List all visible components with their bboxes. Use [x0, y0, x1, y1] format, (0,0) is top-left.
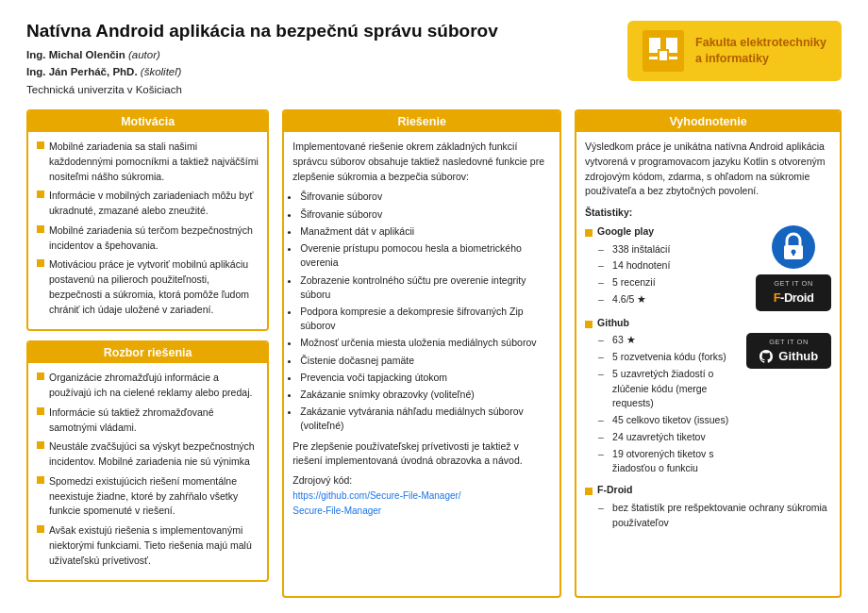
google-play-stats: – 338 inštalácií – 14 hodnotení – — [598, 242, 750, 307]
item-text: Motiváciou práce je vytvoriť mobilnú apl… — [49, 257, 259, 317]
col-mid: Riešenie Implementované riešenie okrem z… — [282, 109, 561, 598]
list-item: Prevencia voči tapjacking útokom — [300, 371, 551, 385]
fdroid-get-it: GET IT ON — [774, 278, 813, 289]
col-left: Motivácia Mobilné zariadenia sa stali na… — [26, 109, 269, 598]
item-text: 4.6/5 ★ — [612, 292, 646, 307]
item-text: bez štatistík pre rešpektovanie ochrany … — [612, 501, 831, 531]
list-item: Motiváciou práce je vytvoriť mobilnú apl… — [37, 257, 259, 317]
item-text: Informácie v mobilných zariadeniach môžu… — [49, 189, 259, 219]
github-badge-area: GET IT ON Github — [746, 333, 831, 370]
list-item: – bez štatistík pre rešpektovanie ochran… — [598, 501, 831, 531]
bullet-icon — [37, 141, 44, 149]
vyhodnotenie-intro: Výsledkom práce je unikátna natívna Andr… — [585, 140, 831, 199]
list-item: Zakázanie vytvárania náhľadu mediálnych … — [300, 405, 551, 433]
author-1: Ing. Michal Olenčin (autor) — [26, 46, 498, 63]
list-item: Manažment dát v aplikácii — [300, 224, 551, 239]
list-item: – 45 celkovo tiketov (issues) — [598, 413, 741, 428]
fdroid-brand: F-Droid — [774, 289, 814, 307]
bullet-icon — [37, 191, 44, 198]
content-columns: Motivácia Mobilné zariadenia sa stali na… — [26, 109, 842, 598]
fdroid-label: F-Droid — [597, 483, 632, 498]
list-item: – 5 uzavretých žiadostí o zlúčenie kódu … — [598, 367, 741, 411]
riesenie-panel: Riešenie Implementované riešenie okrem z… — [282, 109, 561, 598]
list-item: Avšak existujú riešenia s implementovaný… — [37, 523, 259, 568]
item-text: 19 otvorených tiketov s žiadosťou o funk… — [612, 447, 741, 477]
list-item: Informácie v mobilných zariadeniach môžu… — [37, 189, 259, 219]
github-get-it: GET IT ON — [769, 337, 809, 347]
lock-icon — [771, 224, 816, 270]
github-content: Github – 63 ★ – 5 rozvetvenia — [585, 316, 741, 479]
bullet-icon — [585, 229, 593, 237]
fdroid-badge[interactable]: GET IT ON F-Droid — [756, 274, 831, 311]
university-logo — [643, 30, 684, 72]
vyhodnotenie-body: Výsledkom práce je unikátna natívna Andr… — [576, 132, 840, 542]
list-item: – 4.6/5 ★ — [598, 292, 750, 307]
riesenie-features: Šifrovanie súborov Šifrovanie súborov Ma… — [300, 190, 551, 433]
list-item: Šifrovanie súborov — [300, 190, 551, 204]
motivacia-panel: Motivácia Mobilné zariadenia sa stali na… — [26, 109, 269, 331]
list-item: – 19 otvorených tiketov s žiadosťou o fu… — [598, 447, 741, 477]
list-item: Zobrazenie kontrolného súčtu pre overeni… — [300, 273, 551, 302]
list-item: Overenie prístupu pomocou hesla a biomet… — [300, 241, 551, 270]
github-brand: Github — [760, 347, 819, 366]
university-badge: Fakulta elektrotechniky a informatiky — [627, 21, 842, 81]
item-text: Mobilné zariadenia sú terčom bezpečnostn… — [49, 224, 259, 254]
header-left: Natívna Android aplikácia na bezpečnú sp… — [26, 21, 498, 98]
source-label: Zdrojový kód: — [292, 474, 352, 486]
page-title: Natívna Android aplikácia na bezpečnú sp… — [26, 21, 498, 41]
bullet-icon — [37, 441, 44, 449]
google-play-header: Google play — [585, 224, 750, 240]
bullet-icon — [37, 525, 44, 533]
list-item: Mobilné zariadenia sa stali našimi každo… — [37, 140, 259, 184]
item-text: Informácie sú taktiež zhromažďované samo… — [49, 406, 259, 436]
item-text: 5 rozvetvenia kódu (forks) — [612, 350, 726, 365]
list-item: – 5 rozvetvenia kódu (forks) — [598, 350, 741, 365]
google-play-content: Google play – 338 inštalácií – — [585, 224, 750, 309]
list-item: Mobilné zariadenia sú terčom bezpečnostn… — [37, 224, 259, 254]
item-text: Neustále zvačšujúci sa výskyt bezpečnost… — [49, 439, 259, 470]
list-item: – 338 inštalácií — [598, 242, 750, 257]
bullet-icon — [585, 488, 593, 495]
riesenie-intro: Implementované riešenie okrem základných… — [292, 140, 551, 184]
github-label: Github — [597, 316, 629, 331]
stats-label: Štatistiky: — [585, 206, 831, 221]
svg-rect-9 — [793, 252, 794, 256]
item-text: 338 inštalácií — [612, 242, 670, 257]
github-section: Github – 63 ★ – 5 rozvetvenia — [585, 316, 831, 479]
list-item: Organizácie zhromažďujú informácie a pou… — [37, 371, 259, 401]
col-right: Vyhodnotenie Výsledkom práce je unikátna… — [575, 109, 842, 598]
item-text: 5 recenzií — [612, 275, 656, 290]
item-text: 63 ★ — [612, 333, 636, 348]
github-logo-icon — [760, 350, 773, 363]
item-text: Organizácie zhromažďujú informácie a pou… — [49, 371, 259, 401]
motivacia-body: Mobilné zariadenia sa stali našimi každo… — [28, 132, 267, 329]
github-stats: – 63 ★ – 5 rozvetvenia kódu (forks) – — [598, 333, 741, 476]
bullet-icon — [37, 373, 44, 380]
list-item: Podpora kompresie a dekompresie šifrovan… — [300, 305, 551, 333]
rozbor-body: Organizácie zhromažďujú informácie a pou… — [28, 363, 267, 580]
item-text: 5 uzavretých žiadostí o zlúčenie kódu (m… — [612, 367, 741, 411]
source-link[interactable]: https://github.com/Secure-File-Manager/S… — [292, 490, 460, 516]
list-item: – 63 ★ — [598, 333, 741, 348]
google-play-label: Google play — [597, 224, 654, 240]
github-badge[interactable]: GET IT ON Github — [746, 333, 831, 370]
university-name: Fakulta elektrotechniky a informatiky — [695, 35, 826, 67]
list-item: Čistenie dočasnej pamäte — [300, 354, 551, 368]
fdroid-section: F-Droid – bez štatistík pre rešpektovani… — [585, 483, 831, 530]
riesenie-header: Riešenie — [284, 111, 559, 132]
list-item: Zakázanie snímky obrazovky (voliteľné) — [300, 388, 551, 402]
github-header: Github — [585, 316, 741, 331]
svg-rect-5 — [659, 51, 667, 60]
list-item: – 24 uzavretých tiketov — [598, 430, 741, 445]
list-item: Spomedzi existujúcich riešení momentálne… — [37, 474, 259, 519]
institution: Technická univerzita v Košiciach — [26, 81, 498, 98]
vyhodnotenie-panel: Vyhodnotenie Výsledkom práce je unikátna… — [575, 109, 842, 598]
item-text: Spomedzi existujúcich riešení momentálne… — [49, 474, 259, 519]
list-item: – 5 recenzií — [598, 275, 750, 290]
list-item: Šifrovanie súborov — [300, 207, 551, 222]
riesenie-outro: Pre zlepšenie používateľskej prívetivost… — [292, 439, 551, 470]
item-text: 24 uzavretých tiketov — [612, 430, 706, 445]
bullet-icon — [37, 225, 44, 233]
list-item: Neustále zvačšujúci sa výskyt bezpečnost… — [37, 439, 259, 470]
fdroid-stats: – bez štatistík pre rešpektovanie ochran… — [598, 501, 831, 531]
